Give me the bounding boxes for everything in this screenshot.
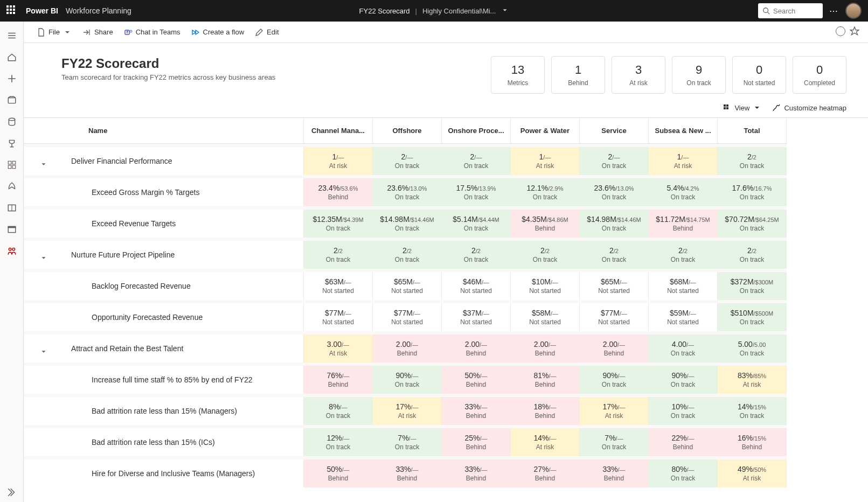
- metric-cell[interactable]: $77M/— Not started: [580, 303, 649, 331]
- nav-apps-icon[interactable]: [2, 155, 22, 175]
- metric-cell[interactable]: 50%/— Behind: [442, 366, 511, 394]
- refresh-icon[interactable]: [836, 26, 845, 36]
- favorite-icon[interactable]: [850, 26, 859, 38]
- workspace-name[interactable]: Workforce Planning: [66, 6, 131, 15]
- metric-cell[interactable]: 18%/— Behind: [511, 397, 580, 425]
- nav-goals-icon[interactable]: [2, 134, 22, 153]
- metric-cell[interactable]: 80%/— On track: [649, 459, 718, 487]
- metric-cell[interactable]: 2/— On track: [373, 147, 442, 175]
- file-menu[interactable]: File: [32, 26, 76, 39]
- expand-toggle-icon[interactable]: [38, 253, 49, 263]
- expand-toggle-icon[interactable]: [38, 346, 49, 357]
- nav-create-icon[interactable]: [2, 69, 22, 88]
- nav-data-hub-icon[interactable]: [2, 112, 22, 131]
- column-header[interactable]: Service: [580, 118, 649, 144]
- metric-cell[interactable]: 90%/— On track: [649, 366, 718, 394]
- metric-cell[interactable]: 5.4%/4.2% On track: [649, 178, 718, 206]
- metric-name[interactable]: Nurture Future Project Pipeline: [61, 241, 304, 269]
- search-input[interactable]: [773, 7, 816, 15]
- metric-cell[interactable]: 76%/— Behind: [304, 366, 373, 394]
- metric-cell[interactable]: 81%/— Behind: [511, 366, 580, 394]
- metric-cell[interactable]: $59M/— Not started: [649, 303, 718, 331]
- metric-cell[interactable]: 1/— At risk: [304, 147, 373, 175]
- nav-home-icon[interactable]: [2, 47, 22, 67]
- metric-cell[interactable]: $70.72M/$64.25M On track: [718, 210, 787, 238]
- metric-cell[interactable]: 2/2 On track: [718, 241, 787, 269]
- nav-learn-icon[interactable]: [2, 198, 22, 218]
- metric-cell[interactable]: $4.35M/$4.86M Behind: [511, 210, 580, 238]
- metric-name[interactable]: Increase full time staff % to 85% by end…: [61, 366, 304, 394]
- metric-cell[interactable]: 25%/— Behind: [442, 428, 511, 456]
- metric-cell[interactable]: 4.00/— On track: [649, 334, 718, 362]
- kpi-card[interactable]: 1Behind: [551, 56, 605, 94]
- metric-cell[interactable]: 2/2 On track: [649, 241, 718, 269]
- metric-cell[interactable]: $68M/— Not started: [649, 272, 718, 300]
- column-header-name[interactable]: Name: [61, 118, 304, 144]
- metric-cell[interactable]: $77M/— Not started: [373, 303, 442, 331]
- metric-cell[interactable]: $14.98M/$14.46M On track: [580, 210, 649, 238]
- metric-cell[interactable]: 2.00/— Behind: [580, 334, 649, 362]
- metric-cell[interactable]: 33%/— Behind: [373, 459, 442, 487]
- kpi-card[interactable]: 13Metrics: [491, 56, 545, 94]
- create-flow-button[interactable]: Create a flow: [187, 26, 249, 39]
- metric-name[interactable]: Bad attrition rate less than 15% (ICs): [61, 428, 304, 456]
- metric-cell[interactable]: 3.00/— At risk: [304, 334, 373, 362]
- nav-browse-icon[interactable]: [2, 90, 22, 110]
- metric-cell[interactable]: $63M/— Not started: [304, 272, 373, 300]
- column-header[interactable]: Channel Mana...: [304, 118, 373, 144]
- metric-name[interactable]: Opportunity Forecasted Revenue: [61, 303, 304, 331]
- metric-cell[interactable]: 8%/— On track: [304, 397, 373, 425]
- metric-cell[interactable]: 7%/— On track: [580, 428, 649, 456]
- scorecard-table[interactable]: Name Channel Mana...OffshoreOnshore Proc…: [24, 117, 868, 502]
- metric-name[interactable]: Exceed Gross Margin % Targets: [61, 178, 304, 206]
- metric-cell[interactable]: 33%/— Behind: [580, 459, 649, 487]
- nav-workforce-icon[interactable]: [2, 241, 22, 261]
- metric-cell[interactable]: 90%/— On track: [373, 366, 442, 394]
- nav-workspaces-icon[interactable]: [2, 220, 22, 239]
- metric-cell[interactable]: 12%/— On track: [304, 428, 373, 456]
- metric-cell[interactable]: 17%/— At risk: [373, 397, 442, 425]
- metric-cell[interactable]: $372M/$300M On track: [718, 272, 787, 300]
- user-avatar[interactable]: [845, 3, 862, 19]
- metric-name[interactable]: Hire for Diverse and Inclusive Teams (Ma…: [61, 459, 304, 487]
- kpi-card[interactable]: 0Not started: [732, 56, 786, 94]
- more-options-icon[interactable]: ⋯: [829, 6, 839, 16]
- metric-cell[interactable]: 17.6%/16.7% On track: [718, 178, 787, 206]
- metric-name[interactable]: Deliver Financial Performance: [61, 147, 304, 175]
- metric-cell[interactable]: 23.6%/13.0% On track: [580, 178, 649, 206]
- metric-cell[interactable]: 2/2 On track: [580, 241, 649, 269]
- metric-cell[interactable]: $65M/— Not started: [580, 272, 649, 300]
- share-button[interactable]: Share: [78, 26, 117, 39]
- edit-button[interactable]: Edit: [251, 26, 283, 39]
- metric-cell[interactable]: $46M/— Not started: [442, 272, 511, 300]
- metric-cell[interactable]: 27%/— Behind: [511, 459, 580, 487]
- metric-cell[interactable]: 23.6%/13.0% On track: [373, 178, 442, 206]
- metric-cell[interactable]: $37M/— Not started: [442, 303, 511, 331]
- metric-cell[interactable]: 14%/— At risk: [511, 428, 580, 456]
- metric-cell[interactable]: 10%/— On track: [649, 397, 718, 425]
- metric-cell[interactable]: $5.14M/$4.44M On track: [442, 210, 511, 238]
- metric-name[interactable]: Exceed Revenue Targets: [61, 210, 304, 238]
- metric-cell[interactable]: 49%/50% At risk: [718, 459, 787, 487]
- metric-cell[interactable]: $77M/— Not started: [304, 303, 373, 331]
- metric-cell[interactable]: $14.98M/$14.46M On track: [373, 210, 442, 238]
- app-launcher-icon[interactable]: [6, 5, 17, 16]
- kpi-card[interactable]: 9On track: [672, 56, 726, 94]
- metric-cell[interactable]: 2.00/— Behind: [442, 334, 511, 362]
- kpi-card[interactable]: 3At risk: [612, 56, 665, 94]
- metric-cell[interactable]: 23.4%/53.6% Behind: [304, 178, 373, 206]
- metric-name[interactable]: Backlog Forecasted Revenue: [61, 272, 304, 300]
- metric-cell[interactable]: 12.1%/2.9% On track: [511, 178, 580, 206]
- metric-cell[interactable]: 1/— At risk: [511, 147, 580, 175]
- metric-cell[interactable]: $10M/— Not started: [511, 272, 580, 300]
- chat-teams-button[interactable]: Chat in Teams: [120, 26, 185, 39]
- metric-cell[interactable]: 2/2 On track: [718, 147, 787, 175]
- metric-cell[interactable]: 22%/— Behind: [649, 428, 718, 456]
- metric-name[interactable]: Bad attrition rate less than 15% (Manage…: [61, 397, 304, 425]
- column-header[interactable]: Power & Water: [511, 118, 580, 144]
- search-box[interactable]: [758, 3, 823, 18]
- metric-cell[interactable]: 5.00/5.00 On track: [718, 334, 787, 362]
- metric-cell[interactable]: $58M/— Not started: [511, 303, 580, 331]
- metric-cell[interactable]: 50%/— Behind: [304, 459, 373, 487]
- metric-cell[interactable]: 1/— At risk: [649, 147, 718, 175]
